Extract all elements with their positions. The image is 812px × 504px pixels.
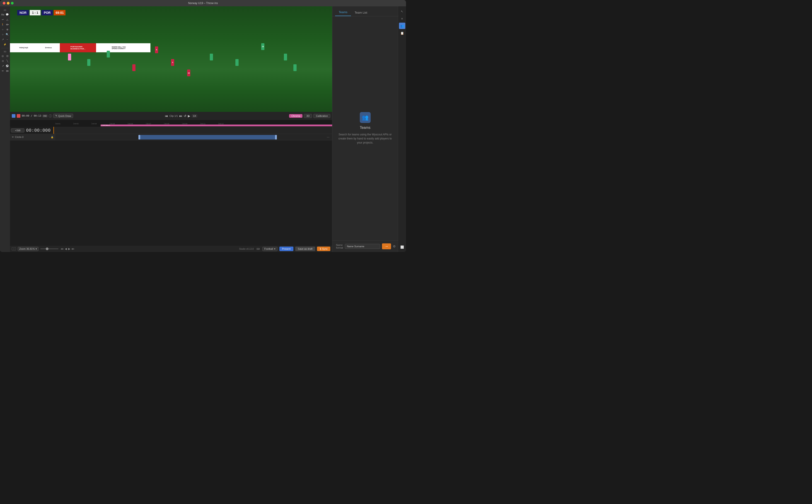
titlebar: Norway U19 – Throw ins xyxy=(0,0,406,6)
chroma-offset xyxy=(10,125,55,127)
save-draft-button[interactable]: Save as draft xyxy=(295,247,315,251)
keyboard-icon: ⌨ xyxy=(256,248,260,250)
book-tool-button[interactable]: 📋 xyxy=(399,30,405,36)
player-tool[interactable]: 🚶 xyxy=(1,22,5,26)
track-handle-right[interactable] xyxy=(275,135,277,139)
track-clip xyxy=(138,135,277,139)
info-button[interactable]: i xyxy=(49,114,52,118)
name-format-arrow-button[interactable]: → xyxy=(382,243,391,249)
player-8: 8 xyxy=(155,46,158,53)
monitor-icon[interactable]: □ xyxy=(12,247,16,250)
sport-label: Football xyxy=(264,247,273,250)
name-format-input[interactable] xyxy=(345,244,380,249)
nav-prev[interactable]: ◀ xyxy=(64,247,67,251)
3d-arrow-tool[interactable]: ↗ xyxy=(1,64,5,68)
still-button[interactable]: +Still xyxy=(11,128,24,132)
player-1 xyxy=(87,59,90,66)
list-tool-button[interactable]: ≡ xyxy=(399,15,405,22)
team-tool-button[interactable]: 👥 xyxy=(399,23,405,29)
tool-row-3: 🚶 ⟴ xyxy=(1,22,9,26)
track-handle-left[interactable] xyxy=(138,135,140,139)
sport-dropdown[interactable]: Football ▾ xyxy=(262,247,277,251)
tick-7: 00:08 xyxy=(164,123,182,125)
play-button[interactable]: ▶ xyxy=(188,114,190,118)
3d-disc-tool[interactable]: ⊟ xyxy=(5,54,9,58)
teams-panel-title: Teams xyxy=(360,126,370,130)
arrow-tool[interactable]: ↗ xyxy=(1,37,5,41)
nav-next[interactable]: ▶ xyxy=(68,247,71,251)
chroma-button[interactable]: Chroma xyxy=(289,114,302,118)
name-format-label: Name format xyxy=(336,244,343,249)
color-swatch-blue[interactable] xyxy=(12,114,15,118)
sync-dollar-icon: $ xyxy=(320,247,321,250)
zoom-slider[interactable] xyxy=(40,248,58,249)
alert-tool[interactable]: △ xyxy=(5,17,9,22)
tick-6: 00:07 xyxy=(146,123,164,125)
teams-icon: 👥 xyxy=(360,112,371,123)
zoom-slider-thumb xyxy=(46,247,48,250)
timecode-large: 00:00:000 xyxy=(26,127,51,133)
tab-teams[interactable]: Teams xyxy=(335,9,351,16)
minimize-button[interactable] xyxy=(7,2,10,5)
present-button[interactable]: Present xyxy=(279,247,293,251)
3d-pen-tool[interactable]: ✏ xyxy=(1,69,5,73)
tool-row-7: ⚡ xyxy=(3,42,7,46)
tab-team-list[interactable]: Team List xyxy=(351,9,371,16)
3d-circle-tool[interactable]: ◎ xyxy=(1,54,5,58)
track-lock-icon[interactable]: 🔒 xyxy=(51,136,53,138)
close-button[interactable] xyxy=(3,2,5,5)
3d-player-tool[interactable]: ⚽ xyxy=(5,64,9,68)
export-button[interactable]: ⬜ xyxy=(399,244,405,250)
3d-ring-tool[interactable]: ⊙ xyxy=(1,59,5,63)
name-format-gear-button[interactable]: ⚙ xyxy=(393,245,396,248)
share-tool[interactable]: ⟴ xyxy=(5,22,9,26)
timeline-playhead-area[interactable] xyxy=(53,127,332,134)
color-swatch-red[interactable] xyxy=(17,114,20,118)
tick-4: 00:04 xyxy=(110,123,128,125)
sync-button[interactable]: $ Sync xyxy=(317,247,330,251)
right-panel-body: 👥 Teams Search for teams using the Wysco… xyxy=(332,16,398,240)
tool-row-1: Aa 💬 xyxy=(1,12,9,17)
3d-line-tool[interactable]: ╲ xyxy=(5,59,9,63)
skip-end-button[interactable]: ⏭ xyxy=(179,114,182,118)
nav-end[interactable]: ⏭ xyxy=(71,247,75,251)
quick-draw-button[interactable]: ✎ Quick Draw xyxy=(53,114,73,118)
3d-share-tool[interactable]: ⟴ xyxy=(5,69,9,73)
path-tool[interactable]: ⚡ xyxy=(3,42,7,46)
window-title: Norway U19 – Throw ins xyxy=(188,2,218,5)
comment-tool[interactable]: 💬 xyxy=(5,12,9,17)
skip-start-button[interactable]: ⏮ xyxy=(165,114,168,118)
track-content[interactable]: ··· xyxy=(55,134,332,140)
2d-label: 2D xyxy=(4,9,6,11)
cursor-tool-button[interactable]: ↖ xyxy=(399,8,405,14)
toolbar-divider xyxy=(1,48,9,48)
clip-info: Clip 1/1 xyxy=(169,115,178,117)
zoom-dropdown[interactable]: Zoom 36.81% ▾ xyxy=(18,247,38,251)
track-eye-icon[interactable]: 👁 xyxy=(12,136,14,138)
player2-tool[interactable]: → xyxy=(5,37,9,41)
nav-start[interactable]: ⏮ xyxy=(60,247,64,251)
export-icon: ⬜ xyxy=(400,245,404,249)
curve-tool[interactable]: ↩ xyxy=(1,17,5,22)
track-row-1: 👁 Circle-0 🔒 ··· xyxy=(10,134,332,140)
fullscreen-button[interactable] xyxy=(11,2,14,5)
search-tool[interactable]: ⊕ xyxy=(5,27,9,31)
tab-teams-label: Teams xyxy=(339,10,347,14)
calibration-button[interactable]: Calibration xyxy=(313,114,330,118)
player-6b xyxy=(284,54,287,60)
ellipse-tool[interactable]: ○ xyxy=(1,32,5,36)
track-options[interactable]: ··· xyxy=(327,135,329,139)
circle-tool[interactable]: ○ xyxy=(1,27,5,31)
tool-row-4: ○ ⊕ xyxy=(1,27,9,31)
zoom-tool[interactable]: 🔍 xyxy=(5,32,9,36)
timeline-controls: +Still 00:00:000 xyxy=(10,127,332,134)
loop-button[interactable]: ↺ xyxy=(184,114,186,118)
video-container[interactable]: NOR 1 - 1 POR 69:01 YISK|CA|S Dr●less PO… xyxy=(10,6,332,112)
text-tool[interactable]: Aa xyxy=(1,12,5,17)
sport-chevron: ▾ xyxy=(274,247,275,250)
player-6: 6 xyxy=(171,59,174,66)
timecode-display: 00:00 / 00:13 xyxy=(22,114,41,117)
tick-9: 00:11 xyxy=(200,123,218,125)
tool-row-3d-2: ⊙ ╲ xyxy=(1,59,9,63)
3d-mode-button[interactable]: 3D xyxy=(304,114,312,118)
